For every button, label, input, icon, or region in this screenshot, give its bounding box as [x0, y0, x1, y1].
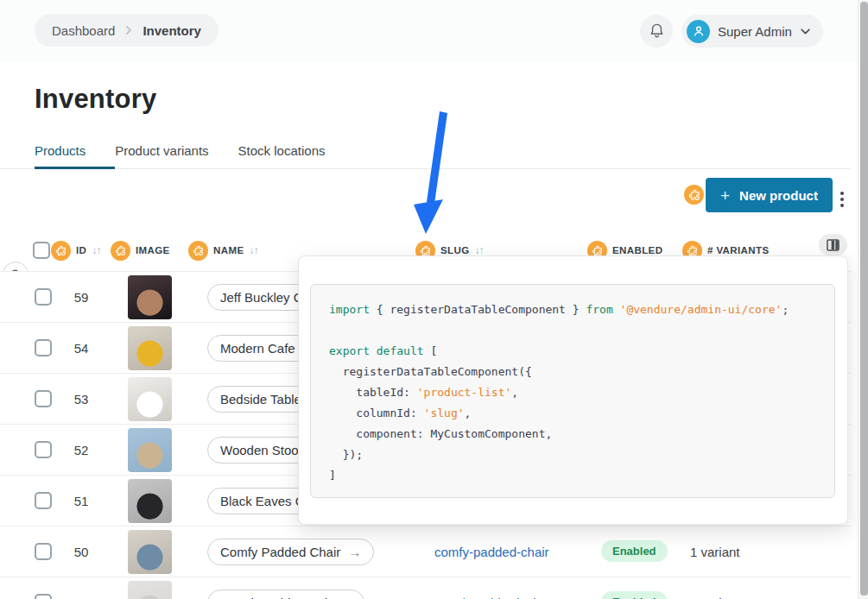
vendure-admin-inventory-screen: Dashboard Inventory Super Admin Inventor…	[0, 0, 868, 599]
table-row: 50Comfy Padded Chair→comfy-padded-chairE…	[0, 526, 851, 577]
code-line	[329, 320, 820, 341]
bell-icon	[649, 22, 665, 40]
table-row: 49Wooden Side Desk→wooden-side-deskEnabl…	[0, 577, 851, 599]
code-line: });	[329, 445, 820, 465]
column-header-image[interactable]: IMAGE	[111, 239, 170, 262]
chevron-down-icon	[800, 26, 811, 37]
column-label: ID	[76, 245, 86, 255]
breadcrumb-item-inventory[interactable]: Inventory	[143, 23, 201, 38]
user-menu[interactable]: Super Admin	[681, 15, 823, 47]
product-name-link[interactable]: Wooden Side Desk→	[207, 590, 364, 599]
breadcrumb: Dashboard Inventory	[35, 14, 219, 47]
new-product-button[interactable]: + New product	[706, 178, 833, 212]
tab-product-variants[interactable]: Product variants	[100, 143, 223, 170]
code-line: component: MyCustomComponent,	[329, 424, 820, 445]
variant-count: 1 variant	[690, 545, 740, 559]
product-thumbnail	[128, 275, 172, 319]
scrollbar-track	[858, 0, 868, 599]
plus-icon: +	[720, 187, 730, 204]
row-checkbox[interactable]	[35, 492, 52, 509]
column-label: IMAGE	[136, 245, 170, 255]
product-thumbnail	[128, 530, 172, 574]
code-line: registerDataTableComponent({	[329, 362, 820, 382]
row-checkbox[interactable]	[35, 441, 52, 458]
column-label: ENABLED	[612, 245, 662, 255]
product-id: 50	[66, 545, 97, 559]
product-id: 54	[66, 341, 97, 356]
scrollbar-thumb[interactable]	[860, 2, 868, 596]
column-header-name[interactable]: NAME↓↑	[188, 239, 257, 262]
row-checkbox[interactable]	[35, 543, 52, 560]
code-snippet-popover: import { registerDataTableComponent } fr…	[298, 255, 848, 525]
arrow-right-icon: →	[348, 545, 361, 559]
product-id: 49	[66, 596, 97, 599]
column-label: SLUG	[440, 245, 470, 255]
product-id: 59	[66, 290, 97, 305]
arrow-right-icon: →	[339, 596, 352, 599]
variant-count: 1 variant	[690, 596, 740, 599]
product-slug-link[interactable]: wooden-side-desk	[434, 596, 540, 599]
product-id: 53	[66, 392, 97, 407]
product-slug-link[interactable]: comfy-padded-chair	[434, 545, 549, 559]
product-id: 51	[66, 494, 97, 508]
product-id: 52	[66, 443, 97, 457]
sort-icon: ↓↑	[475, 244, 484, 256]
sort-icon: ↓↑	[92, 244, 100, 256]
extension-point-puzzle-icon	[51, 241, 71, 261]
breadcrumb-item-dashboard[interactable]: Dashboard	[52, 23, 115, 38]
code-block: import { registerDataTableComponent } fr…	[310, 284, 835, 498]
product-thumbnail	[128, 479, 172, 523]
column-settings-button[interactable]	[819, 234, 847, 255]
column-label: NAME	[213, 245, 244, 255]
tab-bar-divider	[0, 168, 851, 169]
tab-stock-locations[interactable]: Stock locations	[224, 143, 340, 170]
extension-point-puzzle-icon	[111, 241, 130, 261]
extension-point-puzzle-icon	[684, 185, 704, 205]
sort-icon: ↓↑	[249, 244, 257, 256]
user-name: Super Admin	[718, 24, 792, 39]
product-thumbnail	[128, 428, 172, 472]
annotation-arrow	[406, 106, 459, 240]
code-line: ]	[329, 465, 820, 486]
columns-icon	[827, 239, 839, 251]
active-tab-underline	[35, 167, 115, 169]
product-thumbnail	[128, 377, 172, 421]
row-checkbox[interactable]	[35, 288, 52, 306]
select-all-checkbox[interactable]	[33, 242, 50, 259]
extension-point-puzzle-icon	[188, 241, 208, 261]
row-checkbox[interactable]	[35, 339, 52, 356]
code-line: tableId: 'product-list',	[329, 382, 820, 403]
code-line: columnId: 'slug',	[329, 403, 820, 424]
code-line: import { registerDataTableComponent } fr…	[329, 300, 820, 320]
product-name-link[interactable]: Comfy Padded Chair→	[207, 539, 374, 565]
column-header-id[interactable]: ID↓↑	[51, 239, 100, 262]
page-title: Inventory	[35, 84, 156, 115]
code-line: export default [	[329, 341, 820, 362]
product-thumbnail	[128, 326, 172, 370]
more-actions-button[interactable]	[837, 187, 847, 211]
column-label: # VARIANTS	[707, 245, 770, 255]
status-badge: Enabled	[601, 540, 668, 562]
status-badge: Enabled	[601, 591, 668, 599]
breadcrumb-separator-icon	[124, 25, 134, 35]
product-thumbnail	[128, 581, 172, 599]
row-checkbox[interactable]	[35, 390, 52, 407]
notifications-button[interactable]	[640, 15, 673, 47]
user-avatar-icon	[687, 20, 710, 43]
row-checkbox[interactable]	[35, 594, 52, 599]
